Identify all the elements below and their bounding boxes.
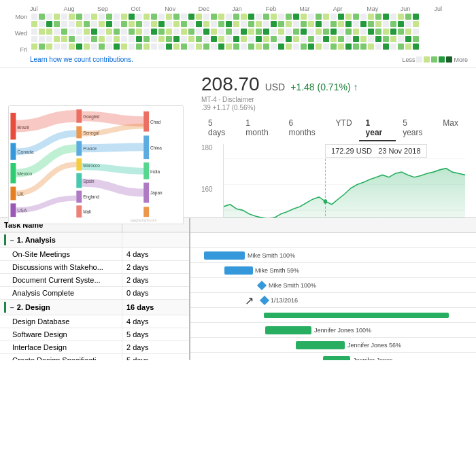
heatmap-cell[interactable] <box>61 36 67 42</box>
heatmap-cell[interactable] <box>69 14 75 20</box>
tab-max[interactable]: Max <box>436 116 465 141</box>
heatmap-cell[interactable] <box>84 21 90 27</box>
heatmap-cell[interactable] <box>248 14 254 20</box>
heatmap-cell[interactable] <box>196 14 202 20</box>
heatmap-cell[interactable] <box>241 14 247 20</box>
heatmap-cell[interactable] <box>383 21 389 27</box>
heatmap-cell[interactable] <box>211 29 217 35</box>
heatmap-cell[interactable] <box>278 43 284 50</box>
heatmap-cell[interactable] <box>91 21 97 27</box>
heatmap-cell[interactable] <box>271 36 277 42</box>
heatmap-cell[interactable] <box>211 43 217 50</box>
heatmap-cell[interactable] <box>293 43 299 50</box>
heatmap-cell[interactable] <box>218 21 224 27</box>
heatmap-cell[interactable] <box>368 14 374 20</box>
heatmap-cell[interactable] <box>316 29 322 35</box>
heatmap-cell[interactable] <box>143 21 150 27</box>
heatmap-cell[interactable] <box>188 21 194 27</box>
heatmap-cell[interactable] <box>398 14 404 20</box>
heatmap-cell[interactable] <box>308 21 314 27</box>
heatmap-cell[interactable] <box>188 14 194 20</box>
heatmap-cell[interactable] <box>218 43 224 50</box>
heatmap-cell[interactable] <box>256 29 262 35</box>
heatmap-cell[interactable] <box>390 29 396 35</box>
heatmap-cell[interactable] <box>390 36 396 42</box>
heatmap-cell[interactable] <box>151 29 157 35</box>
heatmap-cell[interactable] <box>99 29 105 35</box>
heatmap-cell[interactable] <box>375 14 381 20</box>
heatmap-cell[interactable] <box>271 43 277 50</box>
heatmap-cell[interactable] <box>301 14 307 20</box>
heatmap-cell[interactable] <box>413 43 419 50</box>
heatmap-cell[interactable] <box>121 21 127 27</box>
heatmap-cell[interactable] <box>54 36 60 42</box>
heatmap-cell[interactable] <box>76 29 82 35</box>
learn-contributions-link[interactable]: Learn how we count contributions. <box>30 56 133 63</box>
heatmap-cell[interactable] <box>308 14 314 20</box>
heatmap-cell[interactable] <box>293 14 299 20</box>
heatmap-cell[interactable] <box>301 43 307 50</box>
heatmap-cell[interactable] <box>323 29 329 35</box>
heatmap-cell[interactable] <box>84 29 90 35</box>
heatmap-cell[interactable] <box>106 43 112 50</box>
heatmap-cell[interactable] <box>166 43 172 50</box>
heatmap-cell[interactable] <box>345 21 352 27</box>
heatmap-cell[interactable] <box>39 14 45 20</box>
heatmap-cell[interactable] <box>203 43 209 50</box>
tab-5years[interactable]: 5 years <box>396 116 436 141</box>
heatmap-cell[interactable] <box>271 29 277 35</box>
heatmap-cell[interactable] <box>360 21 367 27</box>
heatmap-cell[interactable] <box>69 21 75 27</box>
heatmap-cell[interactable] <box>129 36 135 42</box>
heatmap-cell[interactable] <box>99 14 105 20</box>
heatmap-cell[interactable] <box>136 21 142 27</box>
heatmap-cell[interactable] <box>278 14 284 20</box>
heatmap-cell[interactable] <box>413 36 419 42</box>
heatmap-cell[interactable] <box>360 14 367 20</box>
heatmap-cell[interactable] <box>390 43 396 50</box>
heatmap-cell[interactable] <box>226 14 232 20</box>
heatmap-cell[interactable] <box>286 36 292 42</box>
heatmap-cell[interactable] <box>84 43 90 50</box>
heatmap-cell[interactable] <box>136 36 142 42</box>
heatmap-cell[interactable] <box>345 36 352 42</box>
heatmap-cell[interactable] <box>121 43 127 50</box>
heatmap-cell[interactable] <box>383 43 389 50</box>
heatmap-cell[interactable] <box>99 36 105 42</box>
heatmap-cell[interactable] <box>293 21 299 27</box>
heatmap-cell[interactable] <box>405 43 411 50</box>
heatmap-cell[interactable] <box>248 29 254 35</box>
heatmap-cell[interactable] <box>263 21 269 27</box>
heatmap-cell[interactable] <box>323 14 329 20</box>
heatmap-cell[interactable] <box>375 36 381 42</box>
heatmap-cell[interactable] <box>308 29 314 35</box>
heatmap-cell[interactable] <box>263 29 269 35</box>
heatmap-cell[interactable] <box>143 36 150 42</box>
heatmap-cell[interactable] <box>286 21 292 27</box>
heatmap-cell[interactable] <box>263 36 269 42</box>
heatmap-cell[interactable] <box>173 36 180 42</box>
tab-5days[interactable]: 5 days <box>201 116 239 141</box>
heatmap-cell[interactable] <box>203 36 209 42</box>
heatmap-cell[interactable] <box>166 21 172 27</box>
heatmap-cell[interactable] <box>233 21 239 27</box>
heatmap-cell[interactable] <box>173 29 180 35</box>
heatmap-cell[interactable] <box>76 21 82 27</box>
heatmap-cell[interactable] <box>405 14 411 20</box>
heatmap-cell[interactable] <box>293 36 299 42</box>
heatmap-cell[interactable] <box>196 21 202 27</box>
heatmap-cell[interactable] <box>46 21 52 27</box>
heatmap-cell[interactable] <box>158 14 165 20</box>
heatmap-cell[interactable] <box>263 14 269 20</box>
heatmap-cell[interactable] <box>256 14 262 20</box>
heatmap-cell[interactable] <box>31 43 37 50</box>
heatmap-cell[interactable] <box>286 14 292 20</box>
heatmap-cell[interactable] <box>39 21 45 27</box>
heatmap-cell[interactable] <box>46 29 52 35</box>
heatmap-cell[interactable] <box>323 36 329 42</box>
heatmap-cell[interactable] <box>158 36 165 42</box>
heatmap-cell[interactable] <box>338 14 344 20</box>
heatmap-cell[interactable] <box>76 14 82 20</box>
heatmap-cell[interactable] <box>226 21 232 27</box>
heatmap-cell[interactable] <box>233 43 239 50</box>
